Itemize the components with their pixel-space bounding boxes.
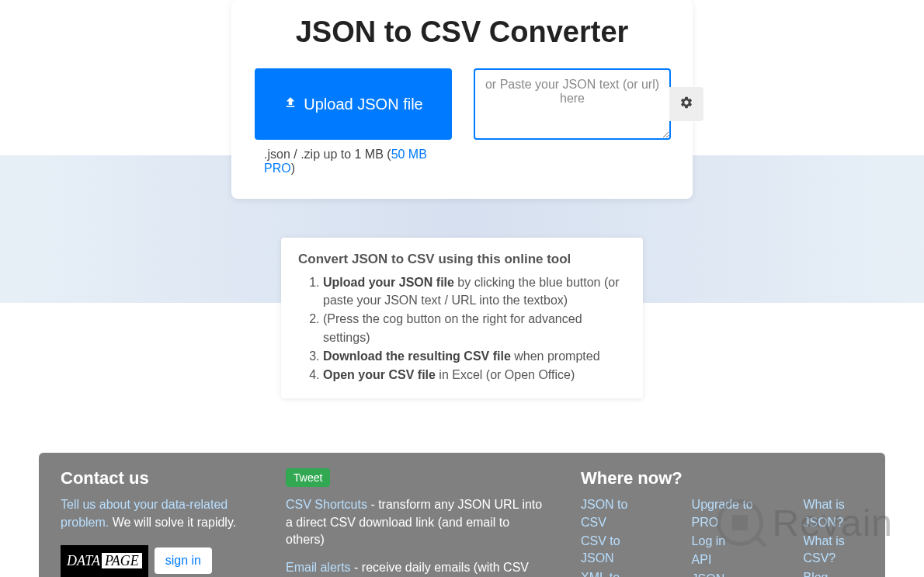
footer-links-col1: JSON to CSV CSV to JSON XML to CSV Deskt… (581, 496, 645, 577)
wherenow-heading: Where now? (581, 468, 863, 488)
email-alerts-link[interactable]: Email alerts (286, 561, 351, 574)
magnifier-icon (717, 499, 763, 546)
converter-card: JSON to CSV Converter Upload JSON file .… (231, 0, 693, 199)
csv-shortcuts-link[interactable]: CSV Shortcuts (286, 498, 367, 511)
upload-button-label: Upload JSON file (304, 96, 422, 113)
json-paste-input[interactable] (474, 68, 671, 140)
signin-button[interactable]: sign in (155, 547, 212, 574)
footer-link[interactable]: CSV to JSON (581, 534, 620, 565)
instruction-step: Upload your JSON file by clicking the bl… (323, 273, 626, 309)
instructions-heading: Convert JSON to CSV using this online to… (298, 252, 626, 267)
instructions-card: Convert JSON to CSV using this online to… (281, 238, 643, 398)
instruction-step: Download the resulting CSV file when pro… (323, 347, 626, 365)
logo: DATAPAGE (61, 545, 148, 577)
footer-link[interactable]: XML to CSV (581, 571, 620, 577)
footer-link[interactable]: Blog (803, 571, 828, 577)
footer-link[interactable]: JSON to CSV (581, 498, 627, 528)
instructions-list: Upload your JSON file by clicking the bl… (323, 273, 626, 384)
footer-link[interactable]: API (692, 553, 712, 566)
upload-note: .json / .zip up to 1 MB (50 MB PRO) (255, 148, 452, 176)
instruction-step: (Press the cog button on the right for a… (323, 310, 626, 346)
contact-heading: Contact us (61, 468, 255, 488)
upload-icon (283, 96, 297, 113)
footer-contact: Contact us Tell us about your data-relat… (61, 468, 255, 577)
footer-link[interactable]: JSON Editor (692, 572, 725, 577)
gear-icon (679, 96, 693, 113)
instruction-step: Open your CSV file in Excel (or Open Off… (323, 366, 626, 384)
upload-button[interactable]: Upload JSON file (255, 68, 452, 140)
footer-middle: Tweet CSV Shortcuts - transform any JSON… (286, 468, 550, 577)
settings-button[interactable] (669, 87, 703, 121)
watermark: Revain (717, 499, 893, 546)
page-title: JSON to CSV Converter (255, 16, 669, 49)
tweet-button[interactable]: Tweet (286, 468, 330, 487)
